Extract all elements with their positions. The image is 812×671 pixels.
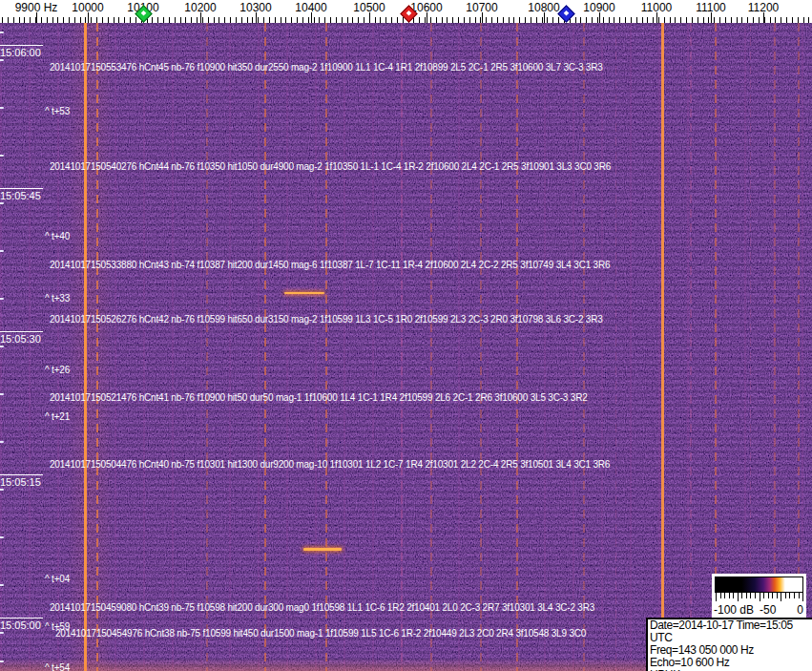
freq-minor-tick (219, 17, 219, 23)
freq-minor-tick (397, 17, 398, 23)
db-tick (781, 593, 781, 601)
freq-minor-tick (753, 17, 754, 23)
frequency-ruler: 9900 Hz100001010010200103001040010500106… (0, 0, 812, 23)
freq-minor-tick (52, 17, 53, 23)
freq-minor-tick (491, 17, 492, 23)
freq-minor-tick (185, 17, 186, 23)
time-offset-marker: ^ t+53 (45, 106, 70, 116)
freq-minor-tick (8, 17, 9, 23)
freq-minor-tick (41, 17, 42, 23)
freq-minor-tick (692, 17, 693, 23)
freq-label: 10800 (528, 1, 559, 14)
time-tick (0, 31, 4, 33)
freq-minor-tick (503, 17, 504, 23)
freq-minor-tick (314, 17, 315, 23)
detection-line: 20141017150553476 hCnt45 nb-76 f10900 hi… (50, 62, 603, 73)
freq-label: 10700 (466, 1, 497, 14)
db-tick (763, 593, 764, 598)
detection-line: 20141017150521476 hCnt41 nb-76 f10900 hi… (50, 392, 588, 403)
carrier-line (583, 23, 585, 671)
freq-minor-tick (230, 17, 231, 23)
freq-minor-tick (252, 17, 253, 23)
freq-minor-tick (531, 17, 531, 23)
freq-minor-tick (653, 17, 654, 23)
freq-minor-tick (236, 17, 237, 23)
time-label: 15:05:30 (0, 331, 43, 345)
freq-minor-tick (447, 17, 448, 23)
freq-minor-tick (781, 17, 781, 23)
freq-minor-tick (513, 17, 514, 23)
freq-minor-tick (85, 17, 86, 23)
freq-minor-tick (263, 17, 264, 23)
freq-minor-tick (609, 17, 610, 23)
freq-minor-tick (47, 17, 48, 23)
freq-minor-tick (670, 17, 671, 23)
freq-minor-tick (419, 17, 420, 23)
freq-minor-tick (91, 17, 92, 23)
db-tick (733, 593, 734, 598)
freq-minor-tick (619, 17, 620, 23)
freq-minor-tick (647, 17, 648, 23)
detection-line: 20141017150454976 hCnt38 nb-75 f10599 hi… (55, 628, 586, 639)
db-tick (802, 593, 803, 601)
time-tick (0, 346, 4, 347)
db-tick (789, 593, 790, 598)
freq-minor-tick (580, 17, 581, 23)
freq-minor-tick (96, 17, 97, 23)
time-offset-marker: ^ t+21 (45, 411, 70, 422)
time-tick (0, 59, 4, 61)
freq-label: 11100 (696, 1, 726, 14)
freq-minor-tick (285, 17, 286, 23)
freq-minor-tick (664, 17, 665, 23)
freq-minor-tick (281, 17, 281, 23)
time-offset-marker: ^ t+54 (45, 662, 70, 671)
freq-minor-tick (63, 17, 64, 23)
freq-minor-tick (336, 17, 337, 23)
db-tick (755, 593, 756, 598)
freq-minor-tick (442, 17, 443, 23)
freq-minor-tick (497, 17, 498, 23)
freq-minor-tick (558, 17, 559, 23)
freq-minor-tick (614, 17, 614, 23)
time-tick (0, 536, 4, 538)
blue-diamond-marker[interactable] (557, 5, 574, 22)
freq-label: 10900 (583, 1, 614, 14)
freq-minor-tick (792, 17, 793, 23)
freq-minor-tick (631, 17, 632, 23)
freq-minor-tick (358, 17, 359, 23)
db-tick (729, 593, 730, 598)
freq-minor-tick (80, 17, 81, 23)
time-tick (0, 393, 4, 395)
freq-minor-tick (2, 17, 3, 23)
time-tick (0, 107, 4, 109)
freq-minor-tick (542, 17, 543, 23)
freq-minor-tick (697, 17, 698, 23)
freq-minor-tick (258, 17, 259, 23)
freq-minor-tick (575, 17, 576, 23)
db-tick (746, 593, 747, 598)
freq-minor-tick (157, 17, 158, 23)
freq-minor-tick (152, 17, 153, 23)
freq-minor-tick (330, 17, 331, 23)
freq-minor-tick (19, 17, 20, 23)
time-tick (0, 298, 4, 300)
freq-minor-tick (592, 17, 593, 23)
freq-minor-tick (197, 17, 198, 23)
freq-minor-tick (719, 17, 720, 23)
freq-minor-tick (786, 17, 787, 23)
freq-minor-tick (403, 17, 404, 23)
freq-minor-tick (275, 17, 276, 23)
freq-minor-tick (552, 17, 553, 23)
spectrogram-app-window: { "window": {"width": 851, "height": 703… (0, 0, 812, 671)
freq-minor-tick (352, 17, 353, 23)
freq-minor-tick (380, 17, 381, 23)
freq-minor-tick (708, 17, 709, 23)
time-offset-marker: ^ t+04 (45, 574, 70, 584)
freq-minor-tick (269, 17, 270, 23)
freq-minor-tick (319, 17, 320, 23)
time-tick (0, 632, 4, 634)
carrier-line (325, 23, 327, 671)
info-date-time: Date=2014-10-17 Time=15:05 UTC (650, 619, 810, 644)
freq-minor-tick (436, 17, 437, 23)
time-tick (0, 661, 4, 662)
